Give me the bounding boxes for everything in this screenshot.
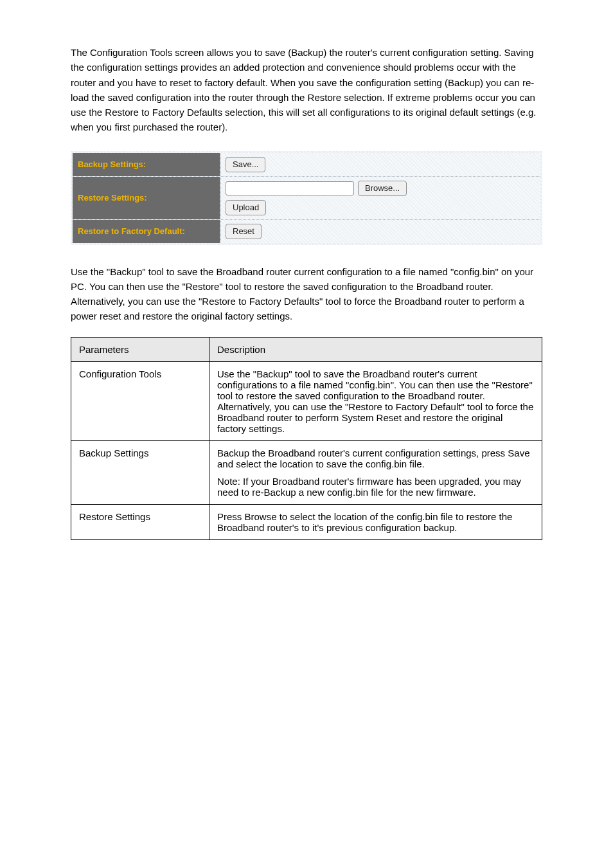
restore-settings-label: Restore Settings: (73, 177, 220, 219)
desc-note: Note: If your Broadband router's firmwar… (217, 476, 534, 498)
table-row: Backup Settings Backup the Broadband rou… (71, 440, 542, 504)
restore-file-input[interactable] (226, 181, 354, 195)
table-row: Configuration Tools Use the "Backup" too… (71, 361, 542, 440)
desc-cell: Backup the Broadband router's current co… (209, 440, 542, 504)
restore-settings-row: Restore Settings: Browse... Upload (73, 176, 540, 219)
desc-cell: Press Browse to select the location of t… (209, 504, 542, 539)
table-header-row: Parameters Description (71, 337, 542, 361)
save-button[interactable]: Save... (226, 157, 265, 172)
desc-text: Press Browse to select the location of t… (217, 511, 534, 533)
upload-button[interactable]: Upload (226, 200, 266, 215)
desc-text: Backup the Broadband router's current co… (217, 448, 534, 469)
post-panel-paragraph: Use the "Backup" tool to save the Broadb… (71, 264, 542, 324)
backup-settings-row: Backup Settings: Save... (73, 153, 540, 176)
parameters-table: Parameters Description Configuration Too… (71, 337, 542, 540)
param-cell: Backup Settings (71, 440, 209, 504)
intro-text: The Configuration Tools screen allows yo… (71, 45, 542, 135)
table-row: Restore Settings Press Browse to select … (71, 504, 542, 539)
intro-paragraph: The Configuration Tools screen allows yo… (71, 45, 542, 135)
factory-default-label: Restore to Factory Default: (73, 220, 220, 243)
param-cell: Restore Settings (71, 504, 209, 539)
header-parameters: Parameters (71, 337, 209, 361)
header-description: Description (209, 337, 542, 361)
reset-button[interactable]: Reset (226, 224, 262, 239)
param-cell: Configuration Tools (71, 361, 209, 440)
factory-default-row: Restore to Factory Default: Reset (73, 219, 540, 243)
desc-cell: Use the "Backup" tool to save the Broadb… (209, 361, 542, 440)
desc-text: Use the "Backup" tool to save the Broadb… (217, 368, 534, 434)
config-panel-screenshot: Backup Settings: Save... Restore Setting… (71, 151, 542, 245)
backup-settings-label: Backup Settings: (73, 153, 220, 176)
browse-button[interactable]: Browse... (358, 181, 407, 196)
